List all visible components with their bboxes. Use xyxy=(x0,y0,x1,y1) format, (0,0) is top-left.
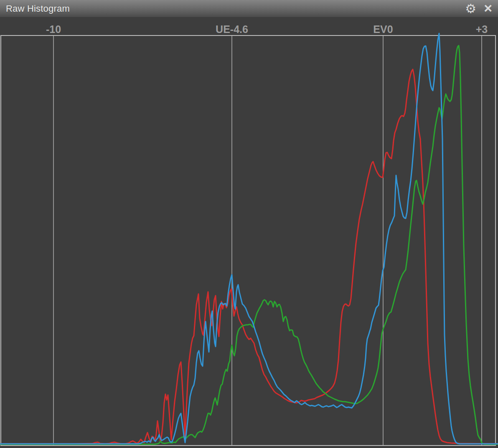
settings-gear-icon[interactable]: ⚙ xyxy=(465,3,476,15)
plot-border xyxy=(1,35,495,445)
histogram-chart-area: -10UE-4.6EV0+3 xyxy=(0,18,498,448)
axis-tick-label--10: -10 xyxy=(46,23,61,35)
blue-channel-curve xyxy=(0,33,498,444)
red-channel-curve xyxy=(0,69,498,444)
window-title: Raw Histogram xyxy=(6,3,70,14)
axis-tick-label-+3: +3 xyxy=(476,23,488,35)
green-channel-curve xyxy=(0,46,498,444)
titlebar[interactable]: Raw Histogram ⚙ × xyxy=(0,0,498,18)
axis-tick-label-UE-4.6: UE-4.6 xyxy=(216,23,248,35)
titlebar-buttons: ⚙ × xyxy=(465,2,492,15)
axis-tick-label-EV0: EV0 xyxy=(373,23,393,35)
histogram-plot-svg: -10UE-4.6EV0+3 xyxy=(0,18,498,448)
raw-histogram-window: Raw Histogram ⚙ × -10UE-4.6EV0+3 xyxy=(0,0,498,448)
close-icon[interactable]: × xyxy=(484,1,492,15)
